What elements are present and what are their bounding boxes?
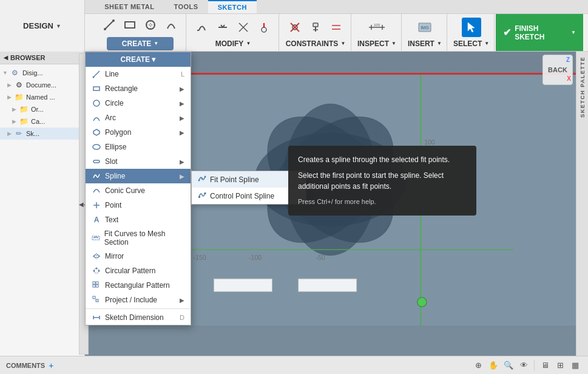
menu-item-spline[interactable]: Spline ▶	[86, 169, 191, 183]
svg-text:-150: -150	[194, 254, 206, 261]
constraints-arrow: ▼	[340, 41, 345, 46]
browser-item-document[interactable]: ▶ ⚙ Docume...	[0, 79, 84, 91]
rectangle-icon	[92, 84, 101, 93]
menu-item-mirror[interactable]: Mirror	[86, 249, 191, 264]
menu-item-rectangular-pattern[interactable]: Rectangular Pattern	[86, 278, 191, 293]
design-icon: ⚙	[10, 68, 20, 78]
project-sub-arrow: ▶	[180, 297, 184, 304]
select-dropdown-btn[interactable]: SELECT ▼	[453, 39, 489, 48]
menu-item-slot[interactable]: Slot ▶	[86, 154, 191, 169]
modify-icon-4[interactable]	[254, 18, 274, 37]
browser-item-ca[interactable]: ▶ 📁 Ca...	[0, 115, 84, 127]
arc-label: Arc	[105, 114, 116, 122]
sidebar: ◀ BROWSER ▼ ⚙ Disig... ▶ ⚙ Docume... ▶ 📁…	[0, 52, 85, 356]
sketch-icon-4[interactable]	[161, 15, 181, 35]
svg-rect-15	[313, 23, 318, 27]
menu-item-circle[interactable]: Circle ▶	[86, 96, 191, 110]
menu-item-line[interactable]: Line L	[86, 67, 191, 81]
insert-icon-1[interactable]: IMG	[415, 18, 434, 37]
design-logo-area[interactable]: DESIGN ▼	[0, 0, 85, 52]
fit-point-label: Fit Point Spline	[210, 175, 259, 184]
bottom-pan-icon[interactable]: ✋	[487, 359, 500, 372]
inspect-icon-1[interactable]: 100	[367, 18, 387, 37]
insert-dropdown-btn[interactable]: INSERT ▼	[408, 39, 442, 48]
sketch-palette-label: SKETCH PALETTE	[580, 52, 586, 123]
tab-sheet-metal[interactable]: SHEET METAL	[95, 0, 164, 13]
svg-point-45	[93, 144, 100, 149]
tab-sketch[interactable]: SKETCH	[208, 0, 257, 13]
finish-sketch-arrow: ▼	[571, 30, 576, 35]
bottom-cursor-icon[interactable]: ⊕	[471, 359, 485, 372]
svg-rect-55	[93, 282, 95, 284]
browser-item-sk[interactable]: ▶ ✏ Sk...	[0, 127, 84, 140]
modify-icon-3[interactable]	[234, 18, 253, 37]
menu-item-fit-curves[interactable]: Fit Curves to Mesh Section	[86, 227, 191, 249]
sketch-icon-1[interactable]	[100, 15, 119, 35]
modify-dropdown-btn[interactable]: MODIFY ▼	[215, 39, 251, 48]
tooltip-line2: Select the first point to start the spli…	[298, 170, 467, 192]
modify-icon-1[interactable]	[192, 18, 212, 37]
menu-item-project[interactable]: Project / Include ▶	[86, 293, 191, 307]
modify-icons	[192, 18, 274, 37]
tooltip-line1: Creates a spline through the selected fi…	[298, 154, 467, 165]
bottom-display-icon[interactable]: 🖥	[538, 359, 552, 372]
menu-item-dimension[interactable]: Sketch Dimension D	[86, 310, 191, 325]
modify-icon-2[interactable]	[213, 18, 232, 37]
menu-item-conic[interactable]: Conic Curve	[86, 183, 191, 198]
toolbar-content: DESIGN ▼	[0, 14, 588, 51]
constraint-icon-2[interactable]	[306, 18, 325, 37]
slot-sub-arrow: ▶	[180, 158, 184, 165]
create-dropdown-btn[interactable]: CREATE ▼	[107, 37, 174, 50]
svg-rect-42	[93, 87, 100, 90]
bottom-grid-icon[interactable]: ⊞	[553, 359, 567, 372]
slot-label: Slot	[105, 157, 118, 166]
browser-item-or[interactable]: ▶ 📁 Or...	[0, 103, 84, 115]
menu-item-rectangle[interactable]: Rectangle ▶	[86, 81, 191, 96]
sketch-icon-3[interactable]	[141, 15, 160, 35]
axis-widget[interactable]: Z X BACK	[542, 55, 573, 85]
constraints-dropdown-btn[interactable]: CONSTRAINTS ▼	[286, 39, 346, 48]
browser-collapse-icon[interactable]: ◀	[4, 55, 8, 61]
constraints-group: CONSTRAINTS ▼	[280, 14, 351, 51]
svg-rect-67	[198, 196, 200, 198]
menu-item-circular-pattern[interactable]: Circular Pattern	[86, 264, 191, 278]
divider-1	[534, 360, 535, 371]
text-icon: A	[92, 215, 101, 225]
bottom-tile-icon[interactable]: ▦	[569, 359, 582, 372]
polygon-sub-arrow: ▶	[180, 129, 184, 136]
tooltip-line3: Press Ctrl+/ for more help.	[298, 197, 467, 207]
svg-point-54	[93, 270, 95, 272]
tab-tools[interactable]: TOOLS	[164, 0, 208, 13]
svg-text:IMG: IMG	[421, 25, 428, 30]
svg-marker-44	[93, 129, 100, 135]
svg-point-41	[93, 76, 95, 78]
finish-sketch-button[interactable]: ✔ FINISH SKETCH ▼	[496, 14, 583, 51]
constraint-icon-1[interactable]	[285, 18, 305, 37]
menu-item-ellipse[interactable]: Ellipse	[86, 140, 191, 154]
svg-rect-68	[204, 192, 206, 194]
constraint-icon-3[interactable]	[326, 18, 346, 37]
create-menu: CREATE ▾ Line L Rectangle ▶ Circle ▶ Arc…	[85, 52, 191, 325]
sketch-icon-2[interactable]	[120, 15, 140, 35]
browser-item-design[interactable]: ▼ ⚙ Disig...	[0, 67, 84, 79]
checkmark-icon: ✔	[503, 27, 511, 38]
select-icon-1[interactable]	[462, 18, 481, 37]
browser-item-named[interactable]: ▶ 📁 Named ...	[0, 91, 84, 103]
menu-item-arc[interactable]: Arc ▶	[86, 110, 191, 125]
inspect-dropdown-btn[interactable]: INSPECT ▼	[357, 39, 396, 48]
fit-curves-icon	[92, 233, 101, 243]
circle-label: Circle	[105, 99, 124, 107]
bottom-view-icon[interactable]: 👁	[517, 359, 530, 372]
add-comment-btn[interactable]: +	[49, 361, 53, 370]
browser-design-label: Disig...	[22, 69, 43, 76]
svg-rect-38	[299, 279, 357, 291]
svg-point-53	[98, 270, 100, 272]
select-arrow: ▼	[484, 41, 489, 46]
menu-item-polygon[interactable]: Polygon ▶	[86, 125, 191, 140]
browser-header: ◀ BROWSER	[0, 52, 84, 64]
menu-item-point[interactable]: Point	[86, 198, 191, 212]
bottom-zoom-icon[interactable]: 🔍	[502, 359, 515, 372]
menu-item-text[interactable]: A Text	[86, 212, 191, 227]
svg-point-64	[198, 180, 200, 182]
polygon-icon	[92, 127, 101, 137]
